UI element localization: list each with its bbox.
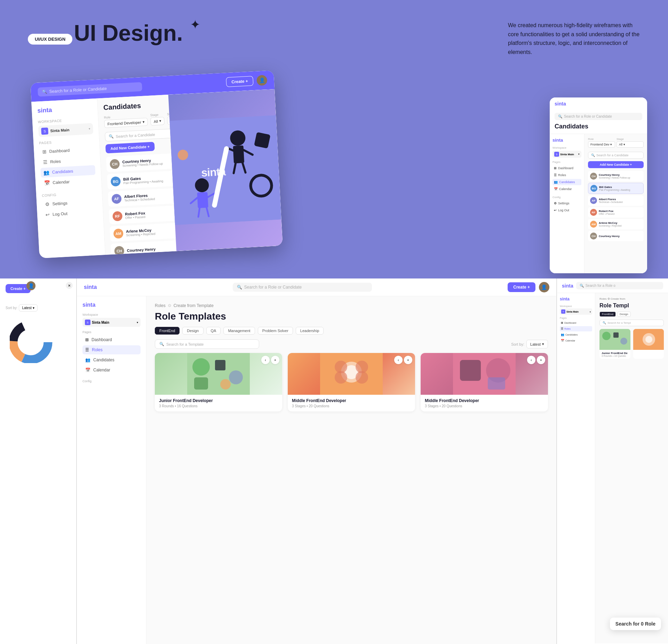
template-card-actions-2: ‹ + [394,356,412,364]
top-section: UI/UX DESIGN UI Design. ✦ We created num… [0,0,668,278]
right-template-card-2[interactable] [633,329,664,359]
right-calendar-icon: 📅 [554,187,558,191]
right-mockup-body: sinta Workspace S Sinta Main ▾ Pages ⊞ D… [550,134,647,273]
center-nav-calendar[interactable]: 📅 Calendar [82,366,141,375]
workspace-selector[interactable]: S Sinta Main ▾ [38,123,93,137]
template-card-title-1: Junior FrontEnd Developer [159,398,278,403]
create-button[interactable]: Create + [226,76,253,87]
right-cand-arlene[interactable]: AM Arlene McCoy Screening • Rejected [588,219,644,229]
right-roles-body: sinta Workspace S Sinta Main ▾ Pages ⊞ D… [557,293,668,643]
right-workspace-selector[interactable]: S Sinta Main ▾ [552,151,581,158]
filter-tag-problem-solver[interactable]: Problem Solver [258,327,293,335]
right-cand-courtney[interactable]: CH Courtney Henry Screening • Needs Foll… [588,171,644,181]
filter-tag-frontend[interactable]: FrontEnd [155,327,180,335]
right-roles-nav-cal-label: Calendar [565,339,575,342]
filter-tag-leadership[interactable]: Leadership [296,327,324,335]
right-nav-calendar[interactable]: 📅 Calendar [552,186,581,192]
right-tc-title-1: Junior FrontEnd De [602,352,628,355]
right-tag-frontend[interactable]: FrontEnd [599,312,616,317]
right-mockup-search-bar[interactable]: 🔍 Search for a Role or Candidate [555,113,642,120]
right-search-candidate[interactable]: 🔍 Search for a Candidate [588,152,644,159]
right-cand-courtney2[interactable]: CH Courtney Henry [588,231,644,241]
right-roles-nav-roles[interactable]: ☰ Roles [560,326,592,331]
right-cand-robert[interactable]: RF Robert Fox Offer • Passed [588,207,644,218]
right-tag-design[interactable]: Design [617,312,631,317]
center-search-bar[interactable]: 🔍 Search for a Role or Candidate [233,283,372,292]
sidebar-item-calendar[interactable]: 📅 Calendar [41,175,96,188]
template-search-bar[interactable]: 🔍 Search for a Template [155,339,259,349]
sidebar-nav-label-calendar: Calendar [53,179,70,185]
role-filter-select[interactable]: Frontend Developer ▾ [104,118,148,128]
center-create-button[interactable]: Create + [508,282,535,292]
right-roles-search-bar[interactable]: 🔍 Search for a Role o [576,282,663,289]
template-nav-prev3[interactable]: ‹ [527,356,535,364]
right-cand-bill[interactable]: BG Bill Gates Pair-Programming • Awaitin… [588,183,644,194]
right-roles-workspace-selector[interactable]: S Sinta Main ▾ [560,308,592,315]
right-roles-nav-candidates[interactable]: 👥 Candidates [560,332,592,337]
right-roles-nav-calendar[interactable]: 📅 Calendar [560,338,592,343]
candidate-info-bill: Bill Gates Pair-Programming • Awaiting [123,175,164,185]
filter-tag-qa[interactable]: QA [206,327,221,335]
right-mockup-header: sinta 🔍 Search for a Role or Candidate C… [550,97,647,134]
template-card-3[interactable]: ‹ + Middle FrontEnd Developer 3 Stages •… [421,353,548,411]
right-roles-bc-action[interactable]: Create from [611,297,625,300]
center-nav-candidates[interactable]: 👥 Candidates [82,355,141,364]
template-nav-next3[interactable]: + [537,356,545,364]
right-stage-select[interactable]: All ▾ [617,141,644,148]
right-nav-dashboard[interactable]: ⊞ Dashboard [552,165,581,171]
right-candidates-icon: 👥 [554,180,558,184]
left-chart [6,317,71,387]
right-template-search[interactable]: 🔍 Search for a Templ [599,320,664,326]
center-sort-select[interactable]: Latest ▾ [526,340,548,348]
template-card-1[interactable]: ‹ + Junior FrontEnd Developer 3 Rounds •… [155,353,282,411]
center-sort-value: Latest [530,342,541,346]
breadcrumb-action[interactable]: Create from Template [174,303,214,308]
center-avatar[interactable]: 👤 [539,282,549,292]
template-card-meta-2: 3 Stages • 20 Questions [292,404,411,408]
template-card-actions-3: ‹ + [527,356,545,364]
main-mockup-search[interactable]: 🔍 Search for a Role or Candidate [38,82,142,97]
add-candidate-button[interactable]: Add New Candidate + [105,142,155,153]
template-card-2[interactable]: ‹ + Middle FrontEnd Developer 3 Stages •… [288,353,415,411]
left-sort-select[interactable]: Latest ▾ [19,304,37,312]
right-filters: Role Frontend Dev ▾ Stage All ▾ [588,138,644,149]
right-add-candidate-btn[interactable]: Add New Candidate + [588,161,644,168]
right-nav-roles[interactable]: ☰ Roles [552,172,581,178]
right-cand-info-robert: Robert Fox Offer • Passed [599,210,614,215]
right-ws-icon: S [554,152,559,157]
center-workspace-selector[interactable]: S Sinta Main ▾ [82,318,141,327]
right-ws-name: Sinta Main [560,153,574,156]
search-icon: 🔍 [42,89,47,94]
template-nav-next2[interactable]: + [404,356,412,364]
right-nav-logout[interactable]: ↩ Log Out [552,207,581,213]
right-cand-albert[interactable]: AF Albert Flores Technical • Scheduled [588,195,644,206]
right-roles-nav-dashboard[interactable]: ⊞ Dashboard [560,320,592,325]
user-avatar[interactable]: 👤 [256,75,268,86]
right-roles-nav-roles-label: Roles [564,328,571,330]
right-search-cand-text: Search for a Candidate [596,154,629,157]
right-logo: sinta [555,101,566,107]
filter-tag-design[interactable]: Design [182,327,203,335]
center-nav-roles[interactable]: ☰ Roles [82,345,141,354]
template-card-info-2: Middle FrontEnd Developer 3 Stages • 20 … [288,395,415,411]
right-template-card-1[interactable]: Junior FrontEnd De 3 Rounds • 16 Questio [599,329,630,359]
right-nav-candidates-label: Candidates [559,180,575,184]
center-nav-dashboard[interactable]: ⊞ Dashboard [82,335,141,344]
description-text: We created numerous high-fidelity wirefr… [508,21,640,56]
right-nav-roles-label: Roles [558,173,566,177]
template-nav-prev2[interactable]: ‹ [394,356,403,364]
right-nav-candidates[interactable]: 👥 Candidates [552,179,581,185]
candidate-info-arlene: Arlene McCoy Screening • Rejected [126,228,156,237]
sidebar-item-logout[interactable]: ↩ Log Out [42,207,97,220]
filter-tag-management[interactable]: Management [223,327,255,335]
right-role-select[interactable]: Frontend Dev ▾ [588,141,615,148]
stage-filter-select[interactable]: All ▾ [150,117,165,126]
center-roles-icon: ☰ [85,347,89,352]
template-nav-next[interactable]: + [271,356,279,364]
pages-label: Pages [39,138,94,145]
right-nav-settings[interactable]: ⚙ Settings [552,200,581,206]
right-roles-bc-roles: Roles [599,297,606,300]
right-search-text: Search for a Role or Candidate [564,115,612,118]
template-nav-prev[interactable]: ‹ [261,356,270,364]
panel-close-button[interactable]: ✕ [66,282,73,289]
